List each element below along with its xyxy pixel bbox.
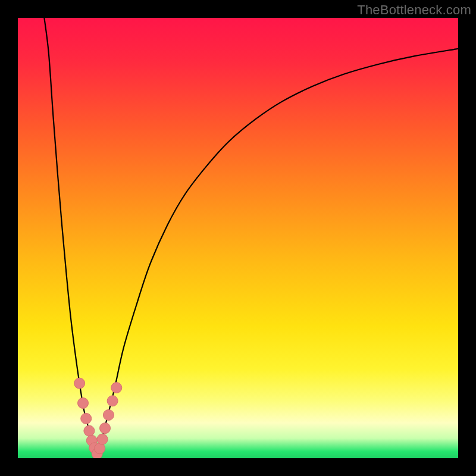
marker-point [81, 413, 92, 424]
marker-point [78, 398, 89, 409]
bottleneck-curve-chart [18, 18, 458, 458]
marker-point [103, 409, 114, 420]
marker-point [107, 396, 118, 406]
marker-point [100, 423, 111, 434]
marker-point [97, 434, 108, 444]
gradient-background [18, 18, 458, 458]
marker-point [74, 378, 85, 389]
marker-point [84, 425, 95, 436]
attribution-text: TheBottleneck.com [357, 2, 471, 18]
marker-point [111, 383, 122, 393]
chart-frame: TheBottleneck.com [0, 0, 476, 476]
plot-area [18, 18, 458, 458]
